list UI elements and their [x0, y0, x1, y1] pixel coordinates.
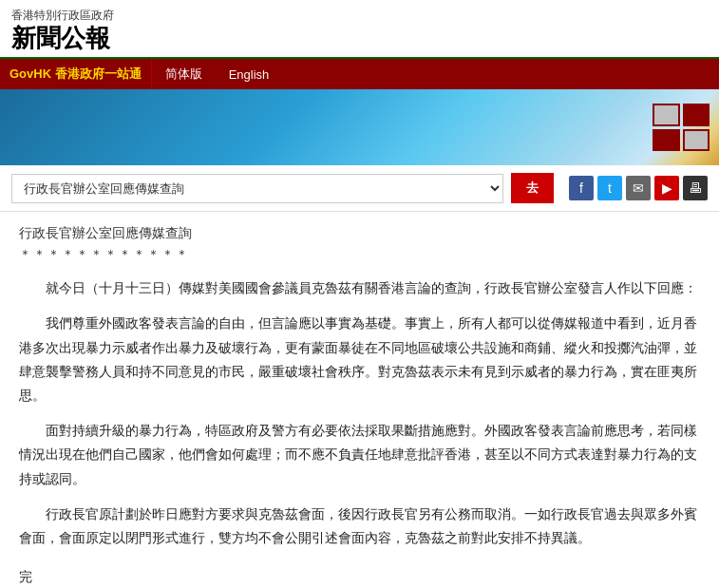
end-label: 完 — [19, 565, 700, 588]
nav-bar: GovHK 香港政府一站通 简体版 English — [0, 59, 719, 89]
content-title: 行政長官辦公室回應傳媒查詢 — [19, 225, 700, 242]
nav-english[interactable]: English — [216, 59, 283, 89]
content-footer: 完 2019年10月13日（星期日） 香港時間18時35分 — [19, 565, 700, 588]
nav-govhk[interactable]: GovHK 香港政府一站通 — [0, 59, 152, 89]
facebook-icon[interactable]: f — [569, 176, 594, 200]
content-body: 就今日（十月十三日）傳媒對美國國會參議員克魯茲有關香港言論的查詢，行政長官辦公室… — [19, 276, 700, 550]
divider-stars: ＊＊＊＊＊＊＊＊＊＊＊＊ — [19, 246, 700, 263]
site-title: 新聞公報 — [11, 24, 708, 53]
dept-select[interactable]: 行政長官辦公室回應傳媒查詢 — [11, 174, 503, 203]
paragraph-4: 行政長官原計劃於昨日應對方要求與克魯茲會面，後因行政長官另有公務而取消。一如行政… — [19, 503, 700, 550]
twitter-icon[interactable]: t — [597, 176, 622, 200]
content-area: 行政長官辦公室回應傳媒查詢 ＊＊＊＊＊＊＊＊＊＊＊＊ 就今日（十月十三日）傳媒對… — [0, 212, 719, 588]
logo-block-2 — [683, 104, 710, 126]
dropdown-row: 行政長官辦公室回應傳媒查詢 去 f t ✉ ▶ 🖶 — [0, 165, 719, 212]
paragraph-3: 面對持續升級的暴力行為，特區政府及警方有必要依法採取果斷措施應對。外國政客發表言… — [19, 419, 700, 491]
logo-block-1 — [653, 104, 680, 126]
email-icon[interactable]: ✉ — [626, 176, 651, 200]
top-header: 香港特別行政區政府 新聞公報 — [0, 0, 719, 59]
print-icon[interactable]: 🖶 — [683, 176, 708, 200]
go-button[interactable]: 去 — [511, 173, 554, 203]
govhk-label: GovHK 香港政府一站通 — [9, 66, 142, 83]
logo-block-4 — [683, 129, 710, 152]
banner-logo — [653, 104, 710, 151]
youtube-icon[interactable]: ▶ — [654, 176, 679, 200]
paragraph-1: 就今日（十月十三日）傳媒對美國國會參議員克魯茲有關香港言論的查詢，行政長官辦公室… — [19, 276, 700, 300]
paragraph-2: 我們尊重外國政客發表言論的自由，但言論應以事實為基礎。事實上，所有人都可以從傳媒… — [19, 312, 700, 408]
logo-block-3 — [653, 129, 680, 152]
gov-label: 香港特別行政區政府 — [11, 8, 708, 24]
banner — [0, 89, 719, 165]
nav-simplified[interactable]: 简体版 — [152, 59, 216, 89]
social-icons: f t ✉ ▶ 🖶 — [569, 176, 708, 200]
